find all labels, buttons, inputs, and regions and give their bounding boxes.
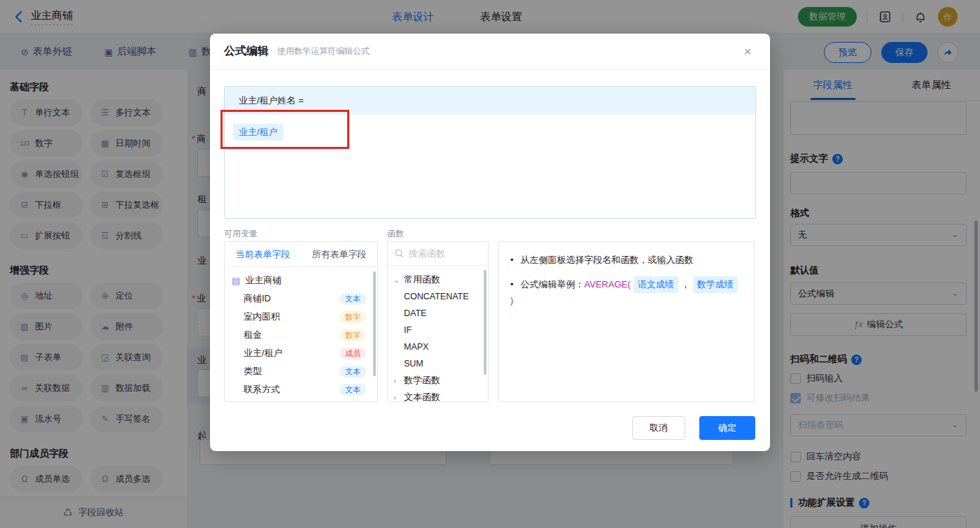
function-item[interactable]: DATE: [388, 305, 488, 322]
variables-panel: 当前表单字段 所有表单字段 ▤ 业主商铺 商铺ID文本室内面积数字租金数字业主/…: [224, 241, 378, 402]
function-item[interactable]: MAPX: [388, 338, 488, 355]
function-group-collapsed[interactable]: ›数学函数: [388, 372, 488, 389]
close-icon[interactable]: ×: [739, 43, 756, 60]
confirm-button[interactable]: 确定: [699, 416, 755, 440]
variable-type-badge: 文本: [340, 293, 366, 305]
variable-name: 室内面积: [244, 311, 280, 323]
variable-name: 联系方式: [244, 383, 280, 396]
function-name-highlight: AVERAGE(: [584, 277, 631, 292]
help-line-1: 从左侧面板选择字段名和函数，或输入函数: [510, 252, 743, 268]
variable-name: 商铺ID: [244, 292, 271, 305]
function-group-label: 数学函数: [404, 374, 440, 387]
variable-name: 租金: [244, 329, 262, 341]
variable-type-badge: 成员: [340, 348, 366, 359]
example-field-chip: 数学成绩: [693, 276, 738, 293]
variables-list: ▤ 业主商铺 商铺ID文本室内面积数字租金数字业主/租户成员类型文本联系方式文本: [225, 267, 377, 399]
help-line-2: 公式编辑举例：AVERAGE(语文成绩，数学成绩): [510, 276, 743, 308]
variable-type-badge: 文本: [340, 384, 366, 396]
formula-editor-dialog: 公式编辑 使用数学运算符编辑公式 × 业主/租户姓名 = 业主/租户 可用变量 …: [210, 34, 770, 451]
search-icon: [395, 249, 404, 258]
variable-row[interactable]: 业主/租户成员: [225, 344, 377, 362]
variable-row[interactable]: 租金数字: [225, 326, 377, 344]
variables-root-node[interactable]: ▤ 业主商铺: [225, 271, 377, 290]
formula-input-area[interactable]: 业主/租户: [225, 115, 755, 219]
variable-name: 业主/租户: [244, 347, 283, 359]
cancel-button[interactable]: 取消: [632, 416, 685, 440]
variable-row[interactable]: 联系方式文本: [225, 380, 377, 399]
function-name-highlight: ): [510, 293, 513, 308]
variables-root-label: 业主商铺: [245, 274, 281, 287]
functions-panel: 搜索函数 ⌄常用函数CONCATENATEDATEIFMAPXSUM›数学函数›…: [387, 241, 489, 402]
dialog-subtitle: 使用数学运算符编辑公式: [277, 45, 370, 57]
dialog-title: 公式编辑: [224, 44, 269, 59]
function-group-label: 常用函数: [404, 273, 440, 286]
caret-right-icon: ›: [393, 376, 400, 385]
variable-type-badge: 数字: [340, 329, 366, 341]
variable-row[interactable]: 类型文本: [225, 362, 377, 380]
caret-right-icon: ›: [393, 393, 400, 401]
caret-down-icon: ⌄: [393, 276, 400, 285]
functions-section-label: 函数: [387, 228, 404, 240]
function-group-collapsed[interactable]: ›文本函数: [388, 389, 488, 402]
function-item[interactable]: SUM: [388, 355, 488, 372]
variables-tabs: 当前表单字段 所有表单字段: [225, 242, 377, 267]
function-search-input[interactable]: 搜索函数: [388, 242, 488, 266]
formula-editor-area: 业主/租户姓名 = 业主/租户: [224, 86, 756, 219]
functions-tree: ⌄常用函数CONCATENATEDATEIFMAPXSUM›数学函数›文本函数: [388, 266, 488, 402]
example-field-chip: 语文成绩: [634, 276, 678, 293]
variables-section-label: 可用变量: [224, 228, 258, 240]
function-group-expanded[interactable]: ⌄常用函数: [388, 271, 488, 288]
function-item[interactable]: IF: [388, 322, 488, 338]
variable-row[interactable]: 室内面积数字: [225, 308, 377, 326]
dialog-header: 公式编辑 使用数学运算符编辑公式 ×: [210, 34, 770, 70]
function-search-placeholder: 搜索函数: [409, 248, 445, 260]
tab-all-form-fields[interactable]: 所有表单字段: [301, 242, 377, 266]
help-panel: 从左侧面板选择字段名和函数，或输入函数 公式编辑举例：AVERAGE(语文成绩，…: [498, 241, 755, 402]
function-group-label: 文本函数: [404, 391, 440, 402]
document-icon: ▤: [232, 276, 240, 286]
variable-type-badge: 文本: [340, 366, 366, 378]
variable-type-badge: 数字: [340, 311, 366, 323]
tab-current-form-fields[interactable]: 当前表单字段: [225, 242, 301, 266]
formula-target: 业主/租户姓名 =: [225, 87, 755, 115]
variable-name: 类型: [244, 365, 262, 378]
variables-scrollbar[interactable]: [373, 271, 376, 376]
functions-scrollbar[interactable]: [484, 270, 486, 375]
formula-field-chip[interactable]: 业主/租户: [233, 124, 284, 141]
function-item[interactable]: CONCATENATE: [388, 288, 488, 305]
variable-row[interactable]: 商铺ID文本: [225, 290, 377, 308]
